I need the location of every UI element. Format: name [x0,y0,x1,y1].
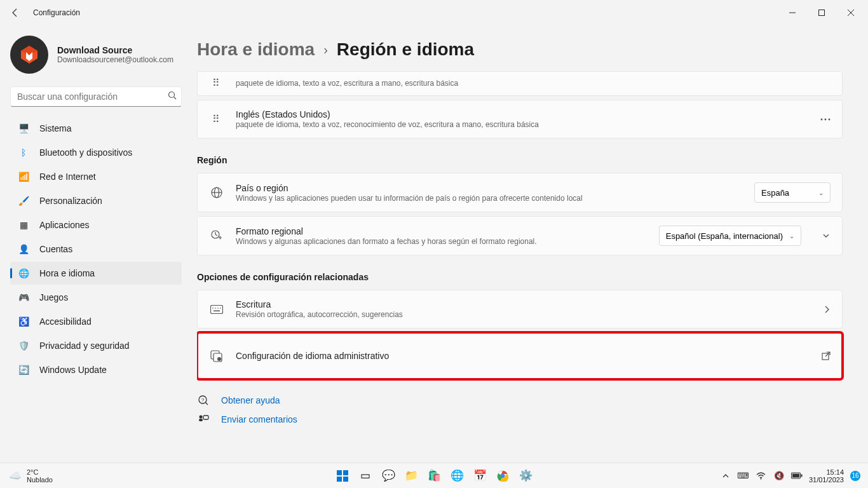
svg-point-17 [212,308,214,309]
nav-personalization[interactable]: 🖌️Personalización [10,189,182,212]
calendar-button[interactable]: 📅 [471,467,489,485]
weather-desc: Nublado [27,476,53,484]
nav-label: Personalización [39,196,102,206]
svg-point-18 [215,308,216,309]
notification-count[interactable]: 16 [850,471,860,481]
task-view-button[interactable]: ▭ [356,467,374,485]
clock-date: 31/01/2023 [809,476,844,484]
format-sub: Windows y algunas aplicaciones dan forma… [236,237,648,246]
typing-sub: Revisión ortográfica, autocorrección, su… [236,310,811,319]
accessibility-icon: ♿ [18,316,29,327]
format-title: Formato regional [236,226,648,236]
dropdown-value: España [761,188,789,198]
start-button[interactable] [334,467,351,485]
nav-label: Privacidad y seguridad [39,341,130,351]
more-options-button[interactable] [820,118,831,121]
section-related: Opciones de configuración relacionadas [197,272,843,282]
volume-tray-icon[interactable]: 🔇 [773,470,785,482]
nav-accounts[interactable]: 👤Cuentas [10,238,182,261]
nav-label: Accesibilidad [39,316,92,327]
nav-time-language[interactable]: 🌐Hora e idioma [10,262,182,285]
shield-icon: 🛡️ [18,340,29,351]
language-sub: paquete de idioma, texto a voz, reconoci… [236,120,809,129]
format-dropdown[interactable]: Español (España, internacional) ⌄ [659,226,801,246]
svg-line-8 [174,97,177,100]
svg-point-37 [761,478,762,479]
regional-format-icon [209,229,224,242]
nav-accessibility[interactable]: ♿Accesibilidad [10,310,182,333]
breadcrumb: Hora e idioma › Región e idioma [197,39,843,60]
country-dropdown[interactable]: España ⌄ [754,182,831,203]
get-help-link[interactable]: ? Obtener ayuda [197,391,843,410]
nav-label: Juegos [39,292,68,302]
typing-card[interactable]: Escritura Revisión ortográfica, autocorr… [197,290,843,329]
globe-clock-icon: 🌐 [18,268,29,279]
svg-rect-21 [214,310,220,311]
feedback-icon [197,414,210,425]
user-block[interactable]: Download Source Downloadsourcenet@outloo… [10,30,197,84]
gamepad-icon: 🎮 [18,292,29,303]
wifi-tray-icon[interactable] [756,470,767,482]
bluetooth-icon: ᛒ [18,147,29,158]
keyboard-tray-icon[interactable]: ⌨ [738,470,749,482]
nav-label: Red e Internet [39,172,96,182]
chevron-down-icon: ⌄ [818,189,824,196]
tray-expand-icon[interactable] [720,470,731,482]
nav-label: Windows Update [39,365,107,375]
search-icon[interactable] [168,91,177,102]
battery-tray-icon[interactable] [791,470,803,482]
nav-network[interactable]: 📶Red e Internet [10,165,182,188]
file-explorer-button[interactable]: 📁 [402,467,420,485]
language-item[interactable]: ⠿ Inglés (Estados Unidos) paquete de idi… [197,100,843,139]
regional-format-card[interactable]: Formato regional Windows y algunas aplic… [197,216,843,255]
main-content: Hora e idioma › Región e idioma ⠿ paquet… [197,25,868,463]
nav-apps[interactable]: ▦Aplicaciones [10,214,182,236]
settings-button[interactable]: ⚙️ [517,467,534,485]
chevron-right-icon [823,306,831,313]
globe-icon [209,186,224,199]
feedback-link[interactable]: Enviar comentarios [197,410,843,429]
search-input[interactable] [10,86,182,107]
svg-text:?: ? [201,397,205,403]
maximize-button[interactable] [807,0,836,25]
edge-button[interactable]: 🌐 [448,467,466,485]
language-item-partial[interactable]: ⠿ paquete de idioma, texto a voz, escrit… [197,71,843,96]
nav-label: Aplicaciones [39,220,90,230]
nav-gaming[interactable]: 🎮Juegos [10,286,182,309]
nav-bluetooth[interactable]: ᛒBluetooth y dispositivos [10,141,182,164]
expand-button[interactable] [822,231,831,240]
language-title: Inglés (Estados Unidos) [236,109,809,119]
nav-privacy[interactable]: 🛡️Privacidad y seguridad [10,334,182,357]
nav-list: 🖥️Sistema ᛒBluetooth y dispositivos 📶Red… [10,117,197,381]
search-wrap [10,86,182,107]
svg-point-19 [217,308,219,309]
nav-label: Sistema [39,123,72,133]
sidebar: Download Source Downloadsourcenet@outloo… [0,25,197,463]
drag-handle-icon[interactable]: ⠿ [209,77,224,89]
clock-time: 15:14 [809,468,844,476]
back-button[interactable] [3,0,28,25]
taskbar-weather[interactable]: ☁️ 2°C Nublado [0,468,53,484]
chat-button[interactable]: 💬 [379,467,397,485]
svg-rect-30 [203,416,208,419]
nav-label: Bluetooth y dispositivos [39,147,132,158]
brush-icon: 🖌️ [18,195,29,207]
admin-language-settings-card[interactable]: Configuración de idioma administrativo [197,332,843,379]
taskbar: ☁️ 2°C Nublado ▭ 💬 📁 🛍️ 🌐 📅 ⚙️ ⌨ 🔇 [0,463,868,488]
close-button[interactable] [836,0,865,25]
window-title: Configuración [33,8,80,17]
nav-system[interactable]: 🖥️Sistema [10,117,182,140]
taskbar-clock[interactable]: 15:14 31/01/2023 [809,468,844,484]
nav-update[interactable]: 🔄Windows Update [10,358,182,381]
weather-icon: ☁️ [9,470,22,482]
minimize-button[interactable] [778,0,807,25]
breadcrumb-parent[interactable]: Hora e idioma [197,39,315,60]
country-sub: Windows y las aplicaciones pueden usar t… [236,194,743,203]
drag-handle-icon[interactable]: ⠿ [209,113,224,125]
help-link-label: Obtener ayuda [221,395,280,405]
taskbar-tray: ⌨ 🔇 15:14 31/01/2023 16 [720,468,868,484]
svg-point-10 [825,118,827,120]
chrome-button[interactable] [494,467,512,485]
store-button[interactable]: 🛍️ [425,467,443,485]
svg-rect-1 [819,10,825,16]
